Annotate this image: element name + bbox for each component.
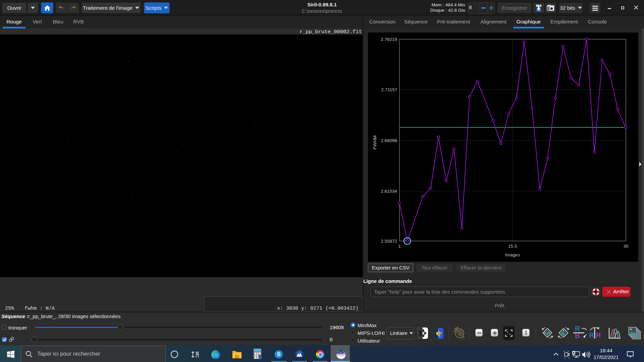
svg-text:2.66096: 2.66096	[381, 138, 397, 143]
svg-text:2.61034: 2.61034	[381, 189, 397, 194]
svg-text:Images: Images	[505, 252, 520, 257]
svg-text:2.71157: 2.71157	[381, 87, 397, 92]
svg-text:2.76219: 2.76219	[381, 37, 397, 42]
svg-text:FWHM: FWHM	[372, 135, 377, 149]
svg-text:1: 1	[398, 244, 401, 249]
svg-text:30: 30	[623, 244, 628, 249]
svg-text:15.5: 15.5	[508, 244, 517, 249]
svg-text:2.55972: 2.55972	[381, 239, 397, 244]
